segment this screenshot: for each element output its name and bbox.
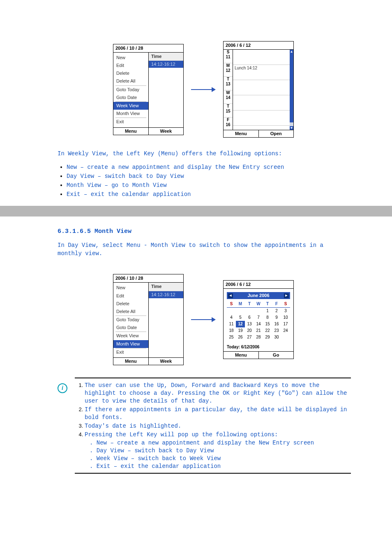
- day-cell[interactable]: 23: [272, 327, 281, 334]
- day-cell[interactable]: 11: [227, 321, 236, 327]
- day-cell[interactable]: 10: [281, 314, 290, 321]
- menu-item[interactable]: Delete All: [113, 77, 148, 85]
- month-label: June 2006: [247, 293, 269, 298]
- section-band: [0, 206, 392, 216]
- scrollbar[interactable]: ▲ ▼: [290, 50, 293, 130]
- day-cell[interactable]: 18: [227, 327, 236, 334]
- title: 2006 / 10 / 28: [113, 274, 183, 283]
- note-subitem: . Exit – exit the calendar application: [75, 463, 351, 470]
- info-note: i The user can use the Up, Down, Forward…: [58, 378, 351, 474]
- day-cell[interactable]: 7: [254, 314, 263, 321]
- section-heading: 6.3.1.6.5 Month View: [58, 228, 351, 235]
- softkey-right[interactable]: Go: [259, 352, 294, 359]
- menu-item[interactable]: Edit: [113, 62, 148, 69]
- day-cell[interactable]: 26: [236, 334, 245, 341]
- figure-week-view: 2006 / 10 / 28 New Edit Delete Delete Al…: [113, 41, 351, 138]
- day-cell[interactable]: 30: [272, 334, 281, 341]
- note-subitem: . Day View – switch back to Day View: [75, 447, 351, 455]
- softkey-right[interactable]: Week: [149, 358, 184, 365]
- day-cell[interactable]: 17: [281, 321, 290, 327]
- prev-month-icon[interactable]: ◄: [228, 293, 233, 298]
- menu-item[interactable]: Delete: [113, 300, 148, 308]
- day-cell[interactable]: 3: [281, 308, 290, 315]
- menu-item[interactable]: Month View: [113, 110, 148, 117]
- menu-item[interactable]: Goto Date: [113, 324, 148, 332]
- softkey-left[interactable]: Menu: [113, 128, 149, 135]
- appointment-row[interactable]: 14:12-16:12: [149, 61, 183, 68]
- day-cell[interactable]: 28: [254, 334, 263, 341]
- today-label: Today: 6/12/2006: [227, 345, 290, 350]
- menu-item[interactable]: Goto Date: [113, 94, 148, 101]
- menu-item[interactable]: Week View: [113, 332, 148, 340]
- phone-screenshot-week: 2006 / 6 / 12 S11 M12 T13 W14 T15 F16 Lu…: [223, 41, 294, 138]
- day-cell[interactable]: 13: [245, 321, 254, 327]
- day-cell[interactable]: 1: [263, 308, 272, 315]
- day-cell[interactable]: 4: [227, 314, 236, 321]
- day-cell[interactable]: 15: [263, 321, 272, 327]
- menu-item[interactable]: Delete: [113, 69, 148, 77]
- column-header: Time: [149, 283, 183, 291]
- menu-item[interactable]: Goto Today: [113, 316, 148, 324]
- day-cell: [281, 334, 290, 341]
- day-cell: [245, 308, 254, 315]
- note-item: Today's date is highlighted.: [85, 422, 351, 430]
- arrow-icon: [191, 317, 216, 322]
- appointment-row[interactable]: 14:12-16:12: [149, 291, 183, 298]
- menu-item-highlighted[interactable]: Month View: [113, 340, 148, 348]
- note-item: The user can use the Up, Down, Forward a…: [85, 382, 351, 405]
- day-cell[interactable]: 27: [245, 334, 254, 341]
- column-header: Time: [149, 53, 183, 61]
- title: 2006 / 6 / 12: [224, 41, 293, 50]
- menu-item[interactable]: Goto Today: [113, 86, 148, 94]
- title: 2006 / 6 / 12: [224, 281, 293, 289]
- day-cell: [227, 308, 236, 315]
- note-subitem: . New – create a new appointment and dis…: [75, 439, 351, 447]
- phone-screenshot-menu: 2006 / 10 / 28 New Edit Delete Delete Al…: [113, 274, 184, 365]
- day-cell[interactable]: 21: [254, 327, 263, 334]
- day-cell[interactable]: 6: [245, 314, 254, 321]
- week-event[interactable]: Lunch 14:12: [235, 66, 257, 70]
- title: 2006 / 10 / 28: [113, 44, 183, 53]
- month-grid: S M T W T F S 12345678910111213141516171…: [227, 301, 290, 341]
- day-cell[interactable]: 12: [236, 321, 245, 327]
- day-cell[interactable]: 29: [263, 334, 272, 341]
- softkey-right[interactable]: Week: [149, 128, 184, 135]
- day-cell[interactable]: 9: [272, 314, 281, 321]
- day-cell[interactable]: 8: [263, 314, 272, 321]
- softkey-left[interactable]: Menu: [113, 358, 149, 365]
- day-cell[interactable]: 16: [272, 321, 281, 327]
- scroll-up-icon[interactable]: ▲: [290, 50, 293, 53]
- arrow-icon: [191, 87, 216, 92]
- note-subitem: . Week View – switch back to Week View: [75, 455, 351, 463]
- phone-screenshot-month: 2006 / 6 / 12 ◄ June 2006 ► S M T W T F …: [223, 280, 294, 359]
- day-cell: [236, 308, 245, 315]
- scroll-down-icon[interactable]: ▼: [290, 126, 293, 130]
- menu-item[interactable]: Exit: [113, 348, 148, 356]
- menu-item[interactable]: Edit: [113, 292, 148, 300]
- day-cell[interactable]: 5: [236, 314, 245, 321]
- menu-item[interactable]: New: [113, 54, 148, 62]
- day-cell: [254, 308, 263, 315]
- softkey-left[interactable]: Menu: [224, 352, 259, 359]
- day-cell[interactable]: 25: [227, 334, 236, 341]
- context-menu: New Edit Delete Delete All Goto Today Go…: [113, 53, 149, 127]
- phone-screenshot-menu: 2006 / 10 / 28 New Edit Delete Delete Al…: [113, 44, 184, 135]
- next-month-icon[interactable]: ►: [284, 293, 289, 298]
- day-cell[interactable]: 22: [263, 327, 272, 334]
- note-item: Pressing the Left Key will pop up the fo…: [85, 431, 351, 439]
- menu-item[interactable]: Delete All: [113, 308, 148, 315]
- day-cell[interactable]: 20: [245, 327, 254, 334]
- body-text: In Weekly View, the Left Key (Menu) offe…: [58, 150, 351, 158]
- body-text: In Day View, select Menu - Month View to…: [58, 242, 351, 258]
- bullet-list: New – create a new appointment and displ…: [67, 164, 351, 198]
- menu-item[interactable]: Exit: [113, 118, 148, 126]
- menu-item[interactable]: New: [113, 284, 148, 292]
- day-cell[interactable]: 19: [236, 327, 245, 334]
- menu-item-highlighted[interactable]: Week View: [113, 102, 148, 110]
- scroll-thumb[interactable]: [290, 53, 293, 122]
- info-icon: i: [58, 383, 67, 393]
- note-item: If there are appointments in a particula…: [85, 406, 351, 421]
- day-cell[interactable]: 2: [272, 308, 281, 315]
- day-cell[interactable]: 14: [254, 321, 263, 327]
- day-cell[interactable]: 24: [281, 327, 290, 334]
